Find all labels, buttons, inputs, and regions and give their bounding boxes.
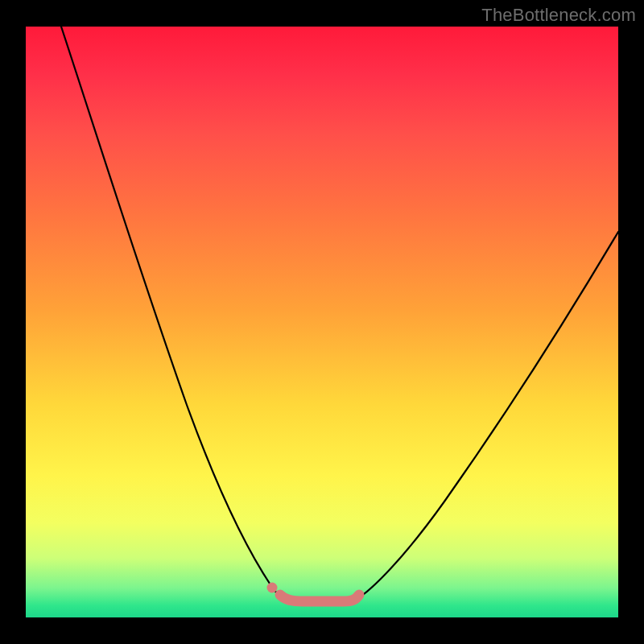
- curves-svg: [26, 27, 618, 617]
- optimal-highlight-bar: [280, 595, 359, 601]
- curve-right: [356, 232, 618, 600]
- plot-area: [26, 27, 618, 617]
- optimal-highlight-dot: [267, 583, 278, 593]
- chart-frame: TheBottleneck.com: [0, 0, 644, 644]
- watermark-text: TheBottleneck.com: [481, 5, 636, 26]
- curve-left: [61, 27, 285, 600]
